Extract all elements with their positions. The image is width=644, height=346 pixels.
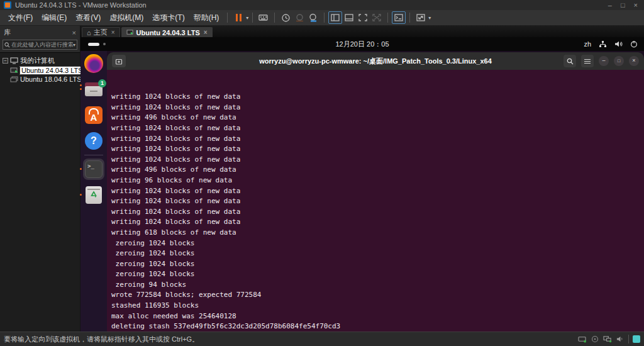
volume-icon[interactable]	[614, 40, 623, 48]
toolbar-separator	[252, 13, 253, 23]
menu-edit[interactable]: 编辑(E)	[37, 11, 71, 25]
ubuntu-top-bar: 12月20日 20：05 zh	[80, 37, 644, 51]
tree-item-vm-running[interactable]: Ubuntu 24.04.3 LTS	[1, 66, 79, 75]
tree-expander-icon[interactable]: −	[3, 58, 8, 64]
stretch-guest-button[interactable]	[414, 11, 428, 24]
terminal-line: zeroing 1024 blocks	[111, 259, 644, 270]
terminal-header[interactable]: worryzu@worryzu-pc-wmware: ~/桌面/IMG_Patc…	[107, 52, 644, 70]
terminal-line: writing 496 blocks of new data	[111, 165, 644, 176]
dock-software-center[interactable]: A	[83, 104, 104, 126]
enter-fullscreen-button[interactable]	[356, 11, 370, 24]
notification-badge: 1	[98, 79, 106, 87]
hard-disk-status-icon[interactable]	[578, 335, 587, 343]
network-status-icon[interactable]	[603, 335, 612, 343]
console-icon	[394, 14, 403, 21]
menu-help[interactable]: 帮助(H)	[189, 11, 224, 25]
files-icon: 1	[85, 82, 103, 96]
fullscreen-brackets-icon	[358, 14, 367, 21]
terminal-line: writing 1024 blocks of new data	[111, 92, 644, 103]
status-message: 要将输入定向到该虚拟机，请将鼠标指针移入其中或按 Ctrl+G。	[4, 335, 199, 344]
terminal-search-button[interactable]	[564, 55, 576, 67]
cd-status-icon[interactable]	[591, 335, 599, 343]
tree-item-label: 我的计算机	[20, 56, 55, 65]
unity-brackets-icon	[372, 14, 381, 21]
dock-trash[interactable]	[83, 184, 104, 206]
guest-screen: 12月20日 20：05 zh	[80, 37, 644, 332]
terminal-line: writing 1024 blocks of new data	[111, 134, 644, 145]
terminal-maximize-button[interactable]: □	[614, 56, 624, 66]
search-dropdown-caret[interactable]: ▾	[73, 42, 75, 48]
toolbar-separator	[387, 13, 388, 23]
menu-tabs[interactable]: 选项卡(T)	[148, 11, 189, 25]
revert-clock-icon	[295, 13, 304, 23]
new-tab-button[interactable]	[112, 55, 126, 67]
library-search-box[interactable]: ▾	[3, 40, 77, 50]
library-close-icon[interactable]: ×	[72, 29, 76, 36]
terminal-body[interactable]: writing 1024 blocks of new datawriting 1…	[107, 70, 644, 332]
revert-snapshot-button[interactable]	[292, 11, 306, 24]
terminal-line: wrote 772584 blocks; expected 772584	[111, 290, 644, 301]
workspace-indicator-dot[interactable]	[103, 43, 106, 45]
terminal-line: writing 1024 blocks of new data	[111, 103, 644, 113]
thumbnail-layout-icon	[345, 14, 353, 21]
keyboard-icon	[258, 13, 269, 22]
tab-home-close-icon[interactable]: ×	[111, 29, 115, 36]
search-input[interactable]	[11, 42, 73, 48]
snapshot-manager-button[interactable]	[306, 11, 320, 24]
stretch-dropdown-caret[interactable]: ▾	[428, 15, 431, 21]
ubuntu-clock[interactable]: 12月20日 20：05	[80, 40, 644, 49]
tab-home[interactable]: ⌂ 主页 ×	[82, 27, 120, 37]
toolbar-separator	[324, 13, 325, 23]
show-library-toggle[interactable]	[328, 11, 342, 24]
power-icon[interactable]	[630, 40, 638, 48]
close-button[interactable]: ×	[634, 2, 638, 9]
terminal-line: writing 1024 blocks of new data	[111, 123, 644, 134]
tab-vm-ubuntu[interactable]: Ubuntu 24.04.3 LTS ×	[121, 27, 213, 37]
toolbar-separator	[274, 13, 275, 23]
input-method-indicator[interactable]: zh	[584, 40, 591, 48]
dock-help[interactable]: ?	[83, 130, 104, 152]
take-snapshot-button[interactable]	[279, 11, 292, 24]
unity-mode-button[interactable]	[370, 11, 384, 24]
tree-item-label-selected: Ubuntu 24.04.3 LTS	[20, 67, 84, 74]
pause-icon	[236, 14, 242, 21]
terminal-close-button[interactable]: ×	[629, 56, 639, 66]
terminal-menu-button[interactable]	[581, 55, 594, 67]
dock-terminal[interactable]: >_	[83, 159, 104, 180]
title-bar: Ubuntu 24.04.3 LTS - VMware Workstation …	[0, 0, 644, 10]
library-sidebar: 库 × ▾ − 我的计算机 Ubuntu 24.04.3 LTS	[0, 26, 80, 332]
show-thumbnail-bar-toggle[interactable]	[342, 11, 356, 24]
send-ctrl-alt-del-button[interactable]	[257, 11, 270, 24]
vm-library-tree: − 我的计算机 Ubuntu 24.04.3 LTS Ubuntu 18.04.…	[0, 52, 80, 332]
dock-firefox[interactable]	[83, 53, 104, 74]
terminal-line: writing 1024 blocks of new data	[111, 186, 644, 197]
maximize-button[interactable]: □	[621, 2, 625, 9]
vm-tab-icon	[126, 30, 134, 36]
dock-separator	[84, 155, 103, 155]
tree-item-my-computer[interactable]: − 我的计算机	[1, 55, 79, 66]
menu-vm[interactable]: 虚拟机(M)	[105, 11, 148, 25]
suspend-dropdown-caret[interactable]: ▾	[246, 15, 248, 21]
console-view-toggle[interactable]	[392, 11, 406, 24]
tree-item-label: Ubuntu 18.04.6 LTS	[20, 75, 82, 83]
network-icon[interactable]	[599, 40, 607, 48]
terminal-minimize-button[interactable]: –	[599, 56, 609, 66]
firefox-icon	[84, 54, 103, 73]
suspend-vm-button[interactable]	[231, 11, 245, 24]
message-log-icon[interactable]	[633, 335, 640, 343]
tree-item-vm-off[interactable]: Ubuntu 18.04.6 LTS	[1, 75, 79, 84]
toolbar-separator	[409, 13, 410, 23]
software-center-icon: A	[85, 106, 103, 124]
menu-view[interactable]: 查看(V)	[71, 11, 105, 25]
vm-off-icon	[10, 76, 18, 83]
menu-file[interactable]: 文件(F)	[4, 11, 37, 25]
tab-vm-close-icon[interactable]: ×	[204, 29, 208, 36]
ubuntu-dock: 1 A ? >_	[80, 51, 107, 332]
workspace-indicator-active[interactable]	[88, 43, 99, 46]
running-indicator	[80, 84, 82, 86]
sound-status-icon[interactable]	[616, 335, 625, 343]
terminal-line: writing 96 blocks of new data	[111, 176, 644, 186]
recycle-icon	[89, 191, 99, 199]
dock-files[interactable]: 1	[83, 79, 104, 100]
minimize-button[interactable]: –	[608, 2, 612, 9]
